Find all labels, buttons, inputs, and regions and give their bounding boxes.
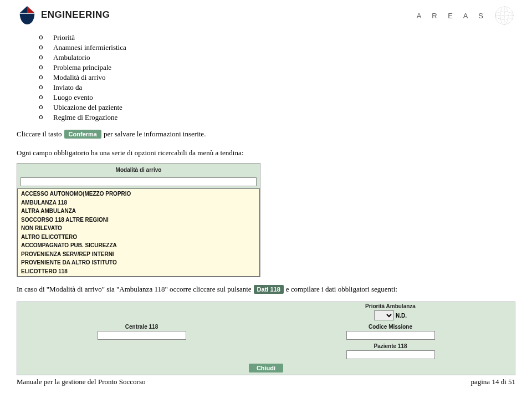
list-item: oProblema principale [39, 63, 515, 72]
dropdown-option[interactable]: ALTRA AMBULANZA [18, 207, 259, 216]
dati118-button[interactable]: Dati 118 [254, 285, 284, 294]
chiudi-button[interactable]: Chiudi [249, 364, 283, 372]
dropdown-option[interactable]: ACCESSO AUTONOMO(MEZZO PROPRIO [18, 190, 259, 198]
dropdown-intro-text: Ogni campo obbligatorio ha una serie di … [17, 149, 515, 157]
dropdown-title: Modalità di arrivo [17, 164, 260, 176]
bullet-text: Priorità [53, 33, 75, 42]
bullet-text: Inviato da [53, 83, 82, 92]
bullet-text: Ubicazione del paziente [53, 103, 122, 112]
list-item: oLuogo evento [39, 93, 515, 102]
bullet-text: Ambulatorio [53, 53, 90, 62]
paziente118-label: Paziente 118 [374, 343, 407, 349]
footer-title: Manuale per la gestione del Pronto Socco… [17, 377, 146, 386]
areas-logo-block: A R E A S [417, 4, 515, 27]
bullet-text: Modalità di arrivo [53, 73, 106, 82]
bullet-marker: o [39, 83, 53, 91]
paziente118-input[interactable] [346, 350, 435, 359]
bullet-marker: o [39, 43, 53, 52]
bullet-marker: o [39, 33, 53, 42]
dropdown-option[interactable]: SOCCORSO 118 ALTRE REGIONI [18, 216, 259, 224]
instruction-conferma: Cliccare il tasto Conferma per salvare l… [17, 130, 515, 139]
bullet-list: oPriorità oAnamnesi infermieristica oAmb… [39, 33, 515, 122]
dropdown-option[interactable]: ELICOTTERO 118 [18, 267, 259, 276]
engineering-logo-icon [17, 4, 38, 25]
bullet-marker: o [39, 113, 53, 121]
text-segment: per salvare le informazioni inserite. [104, 130, 206, 139]
priorita-ambulanza-select[interactable] [374, 310, 394, 320]
engineering-logo-block: ENGINEERING [17, 4, 110, 25]
dropdown-option[interactable]: ALTRO ELICOTTERO [18, 233, 259, 242]
list-item: oRegime di Erogazione [39, 113, 515, 122]
codice-missione-input[interactable] [346, 331, 435, 340]
bullet-marker: o [39, 93, 53, 101]
text-segment: Cliccare il tasto [17, 130, 62, 139]
priorita-ambulanza-label: Priorità Ambulanza [365, 303, 416, 309]
list-item: oPriorità [39, 33, 515, 42]
bullet-text: Luogo evento [53, 93, 93, 102]
list-item: oModalità di arrivo [39, 73, 515, 82]
globe-icon [493, 4, 515, 27]
footer-page-number: pagina 14 di 51 [470, 377, 515, 386]
list-item: oAmbulatorio [39, 53, 515, 62]
dropdown-option[interactable]: PROVENIENTE DA ALTRO ISTITUTO [18, 258, 259, 267]
list-item: oInviato da [39, 83, 515, 92]
dati118-form-panel: Priorità Ambulanza N.D. Centrale 118 Cod… [17, 302, 515, 375]
bullet-marker: o [39, 53, 53, 62]
bullet-text: Anamnesi infermieristica [53, 43, 126, 52]
dropdown-option[interactable]: PROVENIENZA SERV/REP INTERNI [18, 250, 259, 259]
instruction-dati118: In caso di "Modalità di arrivo" sia "Amb… [17, 285, 515, 294]
centrale118-label: Centrale 118 [125, 324, 158, 330]
text-segment: In caso di "Modalità di arrivo" sia "Amb… [17, 285, 252, 294]
dropdown-input-row [17, 176, 260, 188]
dropdown-option[interactable]: AMBULANZA 118 [18, 198, 259, 207]
bullet-marker: o [39, 73, 53, 81]
page-footer: Manuale per la gestione del Pronto Socco… [17, 377, 515, 386]
engineering-text: ENGINEERING [41, 9, 110, 21]
areas-text: A R E A S [417, 12, 488, 20]
codice-missione-label: Codice Missione [369, 324, 412, 330]
dropdown-options-list: ACCESSO AUTONOMO(MEZZO PROPRIO AMBULANZA… [17, 188, 260, 277]
centrale118-input[interactable] [98, 331, 186, 340]
priorita-nd-value: N.D. [396, 313, 407, 319]
dropdown-option[interactable]: NON RILEVATO [18, 224, 259, 233]
text-segment: e compilare i dati obbligatori seguenti: [286, 285, 397, 294]
conferma-button[interactable]: Conferma [64, 130, 101, 139]
page-header: ENGINEERING A R E A S [17, 4, 515, 31]
bullet-text: Regime di Erogazione [53, 113, 117, 122]
bullet-marker: o [39, 103, 53, 111]
dropdown-option[interactable]: ACCOMPAGNATO PUB. SICUREZZA [18, 241, 259, 250]
bullet-marker: o [39, 63, 53, 72]
dropdown-input[interactable] [21, 177, 257, 186]
list-item: oUbicazione del paziente [39, 103, 515, 112]
list-item: oAnamnesi infermieristica [39, 43, 515, 52]
bullet-text: Problema principale [53, 63, 111, 72]
dropdown-panel: Modalità di arrivo ACCESSO AUTONOMO(MEZZ… [17, 163, 260, 277]
